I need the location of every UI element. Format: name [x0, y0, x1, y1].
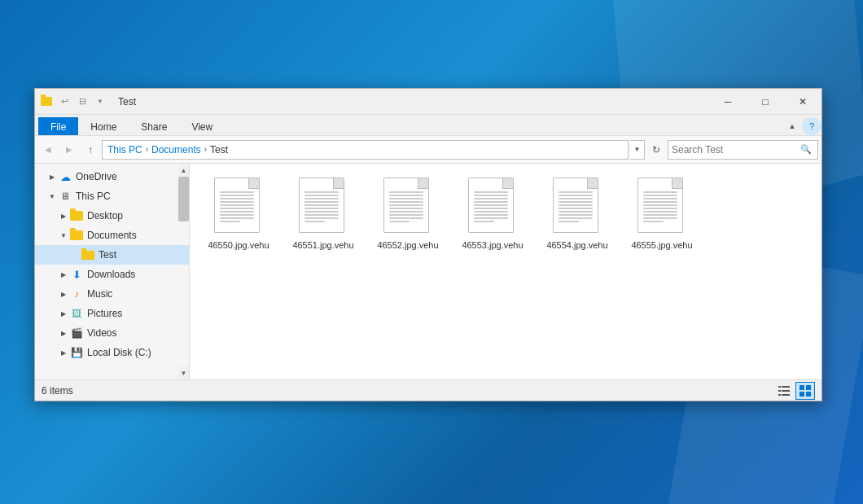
tab-view[interactable]: View [179, 117, 225, 135]
content-area: ▲ ▶ ☁ OneDrive ▼ 🖥 This PC ▶ [35, 164, 821, 379]
dropdown-icon[interactable]: ▼ [92, 94, 108, 110]
file-item-4[interactable]: 46554.jpg.vehu [537, 172, 618, 256]
ribbon-collapse-btn[interactable]: ▲ [782, 117, 802, 135]
ribbon-tabs: File Home Share View ▲ ? [35, 115, 821, 136]
back-button[interactable]: ◀ [38, 140, 58, 160]
svg-rect-2 [778, 394, 781, 396]
svg-rect-9 [806, 392, 811, 397]
items-count: 6 items [42, 385, 73, 397]
sidebar-item-downloads[interactable]: ▶ ⬇ Downloads [35, 265, 189, 284]
file-name-5: 46555.jpg.vehu [631, 239, 692, 251]
breadcrumb-test: Test [210, 144, 228, 156]
expand-arrow: ▶ [46, 171, 58, 182]
sidebar-label-downloads: Downloads [87, 269, 135, 280]
quick-access-toolbar: ↩ ⊟ ▼ [35, 94, 112, 110]
sidebar-label-thispc: This PC [76, 191, 111, 202]
help-button[interactable]: ? [802, 117, 821, 135]
sep1: › [146, 145, 148, 154]
svg-rect-8 [799, 392, 804, 397]
onedrive-icon: ☁ [58, 169, 72, 184]
svg-rect-5 [782, 394, 790, 396]
svg-rect-1 [778, 390, 781, 392]
sidebar-label-videos: Videos [87, 327, 116, 339]
sidebar-item-localdisk[interactable]: ▶ 💾 Local Disk (C:) [35, 343, 189, 362]
undo-icon[interactable]: ↩ [56, 94, 72, 110]
refresh-button[interactable]: ↻ [646, 140, 666, 160]
pc-icon: 🖥 [58, 189, 72, 204]
properties-icon[interactable]: ⊟ [74, 94, 90, 110]
scrollbar-thumb[interactable] [178, 177, 189, 221]
sidebar-item-documents[interactable]: ▼ Documents [35, 226, 189, 245]
search-bar[interactable]: 🔍 [668, 140, 818, 160]
file-item-5[interactable]: 46555.jpg.vehu [621, 172, 703, 256]
scrollbar-down[interactable]: ▼ [178, 366, 189, 379]
file-icon-3 [468, 177, 517, 236]
file-area: 46550.jpg.vehu46551.jpg.vehu46552.jpg.ve… [190, 164, 821, 379]
sidebar-item-thispc[interactable]: ▼ 🖥 This PC [35, 186, 189, 206]
view-controls [774, 382, 815, 400]
breadcrumb-dropdown[interactable]: ▼ [630, 140, 645, 160]
svg-rect-6 [799, 385, 804, 390]
scrollbar-up[interactable]: ▲ [178, 164, 189, 177]
search-input[interactable] [672, 144, 796, 156]
expand-arrow-desktop: ▶ [58, 210, 69, 221]
folder-icon [38, 94, 55, 110]
svg-rect-3 [782, 386, 790, 388]
sidebar-item-onedrive[interactable]: ▶ ☁ OneDrive [35, 167, 189, 186]
tab-share[interactable]: Share [129, 117, 179, 135]
expand-arrow-documents: ▼ [58, 230, 69, 241]
expand-arrow-videos: ▶ [58, 327, 69, 339]
breadcrumb-this-pc: This PC [107, 144, 142, 156]
file-icon-4 [553, 177, 602, 236]
search-icon[interactable]: 🔍 [798, 142, 814, 158]
file-name-1: 46551.jpg.vehu [292, 239, 353, 251]
sidebar: ▲ ▶ ☁ OneDrive ▼ 🖥 This PC ▶ [35, 164, 190, 379]
grid-view-button[interactable] [795, 382, 815, 400]
list-view-icon [778, 386, 790, 396]
expand-arrow-downloads: ▶ [58, 269, 69, 280]
sidebar-item-pictures[interactable]: ▶ 🖼 Pictures [35, 304, 189, 323]
sidebar-item-music[interactable]: ▶ ♪ Music [35, 284, 189, 304]
pictures-icon: 🖼 [69, 306, 84, 321]
status-bar: 6 items [35, 379, 821, 401]
desktop-folder-icon [69, 208, 84, 223]
documents-folder-icon [69, 228, 84, 243]
tab-home[interactable]: Home [78, 117, 129, 135]
list-view-button[interactable] [774, 382, 794, 400]
maximize-button[interactable]: □ [747, 89, 784, 115]
file-icon-1 [299, 177, 348, 236]
minimize-button[interactable]: ─ [709, 89, 747, 115]
test-folder-icon [81, 248, 95, 262]
sidebar-label-test: Test [99, 249, 116, 261]
sidebar-item-test[interactable]: Test [35, 245, 189, 265]
expand-arrow-test [69, 249, 81, 261]
title-bar: ↩ ⊟ ▼ Test ─ □ ✕ [35, 89, 821, 115]
forward-button[interactable]: ▶ [59, 140, 79, 160]
svg-rect-0 [778, 386, 781, 388]
svg-rect-7 [806, 385, 811, 390]
tab-file[interactable]: File [38, 117, 78, 135]
sidebar-item-videos[interactable]: ▶ 🎬 Videos [35, 323, 189, 343]
file-item-1[interactable]: 46551.jpg.vehu [283, 172, 364, 256]
window-title-text: Test [118, 96, 136, 107]
file-name-3: 46553.jpg.vehu [462, 239, 523, 251]
svg-rect-4 [782, 390, 790, 392]
sidebar-item-desktop[interactable]: ▶ Desktop [35, 206, 189, 226]
file-icon-0 [214, 177, 263, 236]
up-button[interactable]: ↑ [81, 140, 100, 160]
window-controls: ─ □ ✕ [709, 89, 821, 115]
explorer-window: ↩ ⊟ ▼ Test ─ □ ✕ File Home Share View ▲ … [34, 88, 822, 401]
breadcrumb-documents: Documents [151, 144, 201, 156]
file-name-2: 46552.jpg.vehu [377, 239, 438, 251]
breadcrumb[interactable]: This PC › Documents › Test [102, 140, 629, 160]
disk-icon: 💾 [69, 345, 84, 360]
file-item-0[interactable]: 46550.jpg.vehu [198, 172, 279, 256]
file-item-2[interactable]: 46552.jpg.vehu [367, 172, 449, 256]
file-icon-2 [383, 177, 432, 236]
close-button[interactable]: ✕ [784, 89, 821, 115]
file-item-3[interactable]: 46553.jpg.vehu [452, 172, 533, 256]
address-bar: ◀ ▶ ↑ This PC › Documents › Test ▼ ↻ 🔍 [35, 136, 821, 164]
file-name-4: 46554.jpg.vehu [546, 239, 607, 251]
downloads-icon: ⬇ [69, 267, 84, 282]
sep2: › [204, 145, 207, 154]
